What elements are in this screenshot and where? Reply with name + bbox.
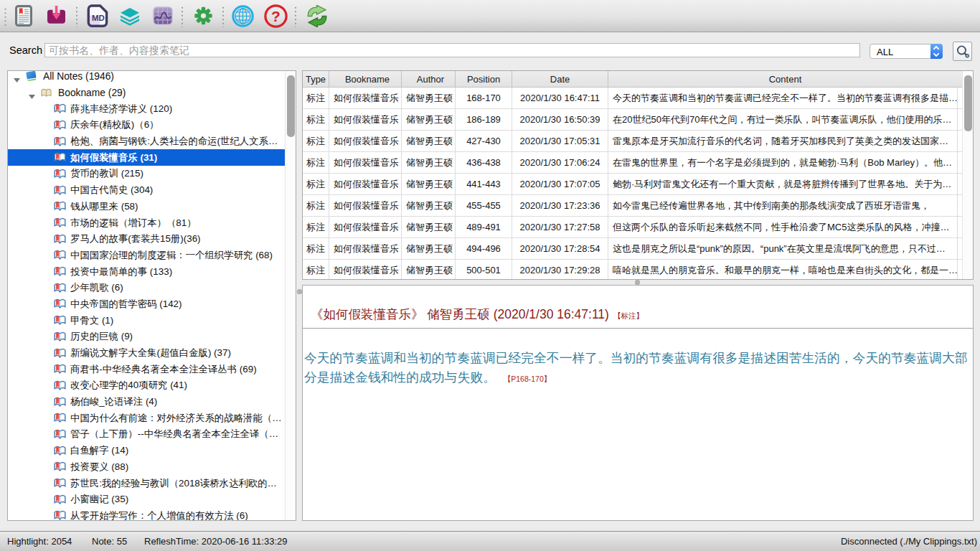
statistics-button[interactable] [153, 6, 173, 28]
table-row[interactable]: 标注如何假装懂音乐储智勇王硕455-4552020/1/30 17:23:36如… [303, 195, 962, 217]
toolbar-separator [222, 6, 224, 27]
web-button[interactable] [232, 5, 254, 30]
tree-item-book[interactable]: 新编说文解字大全集(超值白金版) (37) [8, 345, 285, 362]
status-reflesh-time: RefleshTime: 2020-06-16 11:33:29 [144, 536, 287, 547]
tree-item-book[interactable]: 投资中最简单的事 (133) [8, 263, 285, 280]
book-icon [54, 103, 66, 114]
column-header[interactable]: Author [402, 71, 456, 87]
chevron-expanded-icon[interactable] [14, 74, 20, 78]
search-input[interactable] [44, 43, 860, 57]
table-cell: 2020/1/30 17:28:54 [512, 238, 608, 259]
tree-scrollbar-thumb[interactable] [287, 75, 295, 137]
tree-item-book[interactable]: 商君书-中华经典名著全本全注全译丛书 (69) [8, 361, 285, 377]
toolbar-drag-handle[interactable] [4, 7, 6, 27]
table-cell: 494-496 [456, 238, 512, 259]
table-cell: 如何假装懂音乐 [329, 238, 402, 259]
tree-item-book[interactable]: 杨伯峻_论语译注 (4) [8, 394, 285, 410]
column-header[interactable]: Bookname [329, 71, 402, 87]
table-cell: 2020/1/30 16:50:39 [512, 109, 608, 130]
table-cell: 如今雷鬼已经传遍世界各地，其中传到南美的那条线演变成了西班牙语雷鬼， [608, 195, 958, 216]
table-cell: 如何假装懂音乐 [329, 217, 402, 237]
book-icon [54, 266, 66, 277]
vertical-splitter-handle[interactable] [297, 289, 302, 294]
tree-item-book[interactable]: 薛兆丰经济学讲义 (120) [8, 100, 285, 117]
tree-item-book[interactable]: 中国古代简史 (304) [8, 182, 285, 199]
tree-item-label: 庆余年(精校版)（6） [70, 118, 159, 131]
table-cell: 储智勇王硕 [402, 195, 456, 216]
detail-body: 今天的节奏蓝调和当初的节奏蓝调已经完全不一样了。当初的节奏蓝调有很多是描述困苦生… [304, 349, 972, 390]
tree-item-book[interactable]: 从零开始学写作：个人增值的有效方法 (6) [8, 508, 285, 520]
table-cell: 2020/1/30 17:29:28 [512, 260, 608, 279]
tree-scrollbar[interactable] [285, 71, 296, 520]
tree-item-book[interactable]: 枪炮、病菌与钢铁:人类社会的命运(世纪人文系… [8, 133, 285, 150]
import-button[interactable] [46, 6, 67, 27]
tree-item-bookname-group[interactable]: Bookname (29) [8, 85, 285, 101]
table-scrollbar[interactable] [962, 71, 973, 279]
tree-item-book[interactable]: 钱从哪里来 (58) [8, 199, 285, 215]
tree-item-book[interactable]: 少年凯歌 (6) [8, 280, 285, 296]
sync-button[interactable] [306, 5, 329, 30]
layers-batch-button[interactable] [121, 8, 139, 29]
notes-button[interactable] [15, 5, 32, 29]
table-scrollbar-thumb[interactable] [964, 75, 972, 131]
book-icon [54, 185, 66, 196]
book-icon [54, 152, 66, 163]
tree-item-book[interactable]: 货币的教训 (215) [8, 166, 285, 182]
tree-item-book[interactable]: 中央帝国的哲学密码 (142) [8, 296, 285, 313]
table-row[interactable]: 标注如何假装懂音乐储智勇王硕489-4912020/1/30 17:27:58但… [303, 217, 962, 238]
horizontal-splitter-handle[interactable] [635, 280, 640, 285]
tree-item-label: 新编说文解字大全集(超值白金版) (37) [70, 347, 231, 359]
table-row[interactable]: 标注如何假装懂音乐储智勇王硕427-4302020/1/30 17:05:31雷… [303, 131, 962, 152]
tree-item-book[interactable]: 改变心理学的40项研究 (41) [8, 377, 285, 394]
table-cell: 如何假装懂音乐 [329, 260, 402, 279]
tree-item-book[interactable]: 管子（上下册）--中华经典名著全本全注全译（… [8, 426, 285, 443]
tree-item-book[interactable]: 历史的巨镜 (9) [8, 329, 285, 345]
book-icon [54, 283, 66, 293]
toolbar: MD [0, 0, 980, 32]
tree-item-book[interactable]: 苏世民:我的经验与教训（2018读桥水达利欧的… [8, 475, 285, 491]
notes-table-panel: TypeBooknameAuthorPositionDateContent 标注… [302, 70, 974, 280]
notes-table: TypeBooknameAuthorPositionDateContent 标注… [303, 71, 962, 279]
column-header[interactable]: Type [303, 71, 329, 87]
table-cell: 如何假装懂音乐 [329, 88, 402, 108]
tree-item-book[interactable]: 白鱼解字 (14) [8, 443, 285, 459]
table-row[interactable]: 标注如何假装懂音乐储智勇王硕186-1892020/1/30 16:50:39在… [303, 109, 962, 131]
table-row[interactable]: 标注如何假装懂音乐储智勇王硕168-1702020/1/30 16:47:11今… [303, 88, 962, 109]
settings-gear-icon [194, 16, 212, 28]
tree-item-book[interactable]: 庆余年(精校版)（6） [8, 117, 285, 133]
table-cell: 这也是朋克之所以是“punk”的原因。“punk”在英文里是流氓阿飞的意思，只不… [608, 238, 958, 259]
chevron-expanded-icon[interactable] [29, 90, 35, 95]
markdown-export-button[interactable]: MD [87, 4, 108, 30]
table-cell: 2020/1/30 17:27:58 [512, 217, 608, 237]
tree-item-book[interactable]: 中国为什么有前途：对外经济关系的战略潜能（… [8, 410, 285, 426]
tree-item-book[interactable]: 如何假装懂音乐 (31) [8, 149, 285, 166]
table-cell: 标注 [303, 152, 329, 173]
tree-item-book[interactable]: 罗马人的故事(套装共15册)(36) [8, 231, 285, 248]
settings-button[interactable] [194, 6, 212, 29]
table-cell: 如何假装懂音乐 [329, 109, 402, 130]
table-row[interactable]: 标注如何假装懂音乐储智勇王硕500-5012020/1/30 17:29:28嘻… [303, 260, 962, 279]
column-header[interactable]: Position [456, 71, 512, 87]
book-icon [54, 494, 66, 505]
tree-item-book[interactable]: 甲骨文 (1) [8, 312, 285, 329]
book-icon [54, 397, 66, 408]
search-scope-dropdown[interactable]: ALL [870, 44, 943, 59]
help-button[interactable]: ? [264, 4, 288, 31]
tree-item-book[interactable]: 中国国家治理的制度逻辑：一个组织学研究 (68) [8, 248, 285, 264]
table-cell: 标注 [303, 195, 329, 216]
detail-title: 《如何假装懂音乐》 储智勇王硕 (2020/1/30 16:47:11)【标注】 [311, 306, 644, 323]
table-row[interactable]: 标注如何假装懂音乐储智勇王硕436-4382020/1/30 17:06:24在… [303, 152, 962, 174]
search-button[interactable] [953, 42, 972, 61]
table-row[interactable]: 标注如何假装懂音乐储智勇王硕494-4962020/1/30 17:28:54这… [303, 238, 962, 260]
bookname-open-book-icon [41, 88, 52, 98]
table-cell: 鲍勃·马利对雷鬼文化还有一个重大贡献，就是将脏辫传播到了世界各地。关于为… [608, 174, 958, 194]
tree-item-all-notes[interactable]: All Notes (1946) [8, 70, 285, 85]
toolbar-separator [295, 6, 296, 27]
table-row[interactable]: 标注如何假装懂音乐储智勇王硕441-4432020/1/30 17:07:05鲍… [303, 174, 962, 195]
tree-item-book[interactable]: 市场的逻辑（增订本）（81） [8, 215, 285, 231]
table-cell: 如何假装懂音乐 [329, 152, 402, 173]
column-header[interactable]: Content [608, 71, 958, 87]
tree-item-book[interactable]: 小窗幽记 (35) [8, 491, 285, 508]
tree-item-book[interactable]: 投资要义 (88) [8, 459, 285, 476]
column-header[interactable]: Date [512, 71, 608, 87]
